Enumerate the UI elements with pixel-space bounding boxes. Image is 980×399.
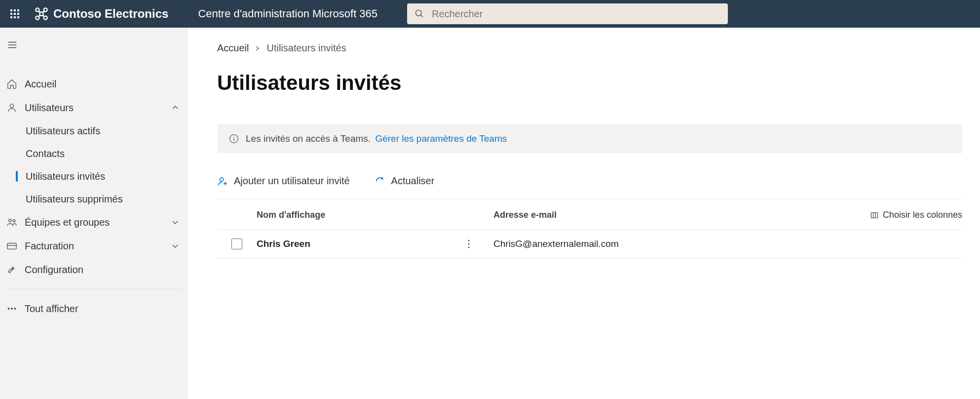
sidebar-item-configuration[interactable]: Configuration xyxy=(0,258,187,281)
chevron-right-icon xyxy=(255,42,261,54)
org-logo: Contoso Electronics xyxy=(35,7,168,21)
svg-point-42 xyxy=(468,246,469,248)
sidebar-item-label: Utilisateurs actifs xyxy=(26,125,100,137)
svg-point-41 xyxy=(468,243,469,244)
svg-rect-7 xyxy=(14,16,16,18)
sidebar-divider xyxy=(5,289,182,289)
app-launcher-icon[interactable] xyxy=(5,4,25,24)
sidebar-item-guest-users[interactable]: Utilisateurs invités xyxy=(0,165,187,188)
sidebar-item-label: Utilisateurs xyxy=(25,102,74,114)
search-bar[interactable] xyxy=(407,3,728,24)
svg-point-23 xyxy=(10,104,13,108)
billing-icon xyxy=(6,240,18,252)
svg-line-16 xyxy=(38,15,40,17)
svg-point-25 xyxy=(13,220,15,222)
sidebar-item-label: Utilisateurs supprimés xyxy=(26,194,123,205)
search-input[interactable] xyxy=(432,8,720,20)
svg-line-15 xyxy=(42,11,44,13)
sidebar-item-label: Tout afficher xyxy=(25,303,78,315)
cell-name: Chris Green xyxy=(257,239,310,249)
app-header: Contoso Electronics Centre d'administrat… xyxy=(0,0,980,28)
column-header-email[interactable]: Adresse e-mail xyxy=(493,210,711,220)
sidebar-item-active-users[interactable]: Utilisateurs actifs xyxy=(0,120,187,142)
toolbar-label: Actualiser xyxy=(391,175,435,187)
sidebar-item-contacts[interactable]: Contacts xyxy=(0,142,187,165)
columns-icon xyxy=(870,211,879,220)
main-content: Accueil Utilisateurs invités Utilisateur… xyxy=(188,28,980,399)
column-header-name[interactable]: Nom d'affichage xyxy=(257,210,493,220)
svg-point-24 xyxy=(9,219,11,222)
add-user-icon xyxy=(217,176,228,187)
sidebar-item-label: Accueil xyxy=(25,79,56,90)
table-header: Nom d'affichage Adresse e-mail Choisir l… xyxy=(217,199,962,230)
sidebar-item-label: Facturation xyxy=(25,240,74,252)
org-name: Contoso Electronics xyxy=(53,7,168,21)
more-vertical-icon xyxy=(468,239,470,248)
svg-line-19 xyxy=(421,15,423,17)
breadcrumb: Accueil Utilisateurs invités xyxy=(217,42,962,54)
svg-rect-5 xyxy=(17,13,19,15)
info-icon xyxy=(229,134,239,144)
sidebar: Accueil Utilisateurs Utilisateurs actifs… xyxy=(0,28,188,399)
table-row[interactable]: Chris Green ChrisG@anexternalemail.com xyxy=(217,230,962,259)
svg-line-17 xyxy=(42,15,44,17)
more-icon xyxy=(6,303,18,315)
row-checkbox[interactable] xyxy=(231,239,242,249)
toolbar: Ajouter un utilisateur invité Actualiser xyxy=(217,175,962,199)
svg-point-18 xyxy=(416,10,422,16)
chevron-up-icon xyxy=(171,103,181,113)
admin-center-title: Centre d'administration Microsoft 365 xyxy=(198,7,377,20)
svg-rect-3 xyxy=(10,13,12,15)
svg-rect-0 xyxy=(10,9,12,11)
sidebar-item-label: Contacts xyxy=(26,148,65,160)
sidebar-toggle[interactable] xyxy=(0,33,25,57)
svg-rect-8 xyxy=(17,16,19,18)
svg-point-33 xyxy=(233,136,234,137)
svg-point-29 xyxy=(11,308,13,310)
svg-line-14 xyxy=(38,11,40,13)
svg-rect-2 xyxy=(17,9,19,11)
svg-point-40 xyxy=(468,239,469,241)
banner-link[interactable]: Gérer les paramètres de Teams xyxy=(375,133,507,144)
choose-columns-button[interactable]: Choisir les colonnes xyxy=(870,210,962,220)
sidebar-item-label: Utilisateurs invités xyxy=(26,171,105,182)
add-guest-button[interactable]: Ajouter un utilisateur invité xyxy=(217,175,350,187)
sidebar-item-label: Équipes et groupes xyxy=(25,217,110,228)
choose-columns-label: Choisir les colonnes xyxy=(883,210,962,220)
chevron-down-icon xyxy=(171,241,181,251)
svg-rect-26 xyxy=(7,243,16,249)
sidebar-item-billing[interactable]: Facturation xyxy=(0,234,187,258)
drone-icon xyxy=(35,7,48,21)
breadcrumb-home[interactable]: Accueil xyxy=(217,42,249,54)
breadcrumb-current: Utilisateurs invités xyxy=(266,42,346,54)
sidebar-item-deleted-users[interactable]: Utilisateurs supprimés xyxy=(0,188,187,210)
svg-point-30 xyxy=(14,308,16,310)
row-more-button[interactable] xyxy=(464,239,474,248)
svg-rect-6 xyxy=(10,16,12,18)
svg-point-28 xyxy=(8,308,9,310)
refresh-icon xyxy=(375,176,385,187)
sidebar-item-teams-groups[interactable]: Équipes et groupes xyxy=(0,210,187,234)
sidebar-item-home[interactable]: Accueil xyxy=(0,72,187,96)
teams-icon xyxy=(6,216,18,228)
home-icon xyxy=(6,78,18,90)
user-icon xyxy=(6,102,18,114)
sidebar-item-show-all[interactable]: Tout afficher xyxy=(0,297,187,320)
info-banner: Les invités on accès à Teams. Gérer les … xyxy=(217,124,962,153)
refresh-button[interactable]: Actualiser xyxy=(375,175,435,187)
chevron-down-icon xyxy=(171,217,181,227)
search-icon xyxy=(415,9,424,19)
wrench-icon xyxy=(6,264,18,276)
banner-text: Les invités on accès à Teams. xyxy=(246,133,371,144)
cell-email: ChrisG@anexternalemail.com xyxy=(493,239,711,249)
svg-rect-37 xyxy=(871,212,878,218)
sidebar-item-users[interactable]: Utilisateurs xyxy=(0,96,187,120)
svg-point-34 xyxy=(220,177,224,181)
svg-rect-1 xyxy=(14,9,16,11)
page-title: Utilisateurs invités xyxy=(217,71,962,95)
svg-rect-4 xyxy=(14,13,16,15)
toolbar-label: Ajouter un utilisateur invité xyxy=(234,175,350,187)
sidebar-item-label: Configuration xyxy=(25,264,83,276)
